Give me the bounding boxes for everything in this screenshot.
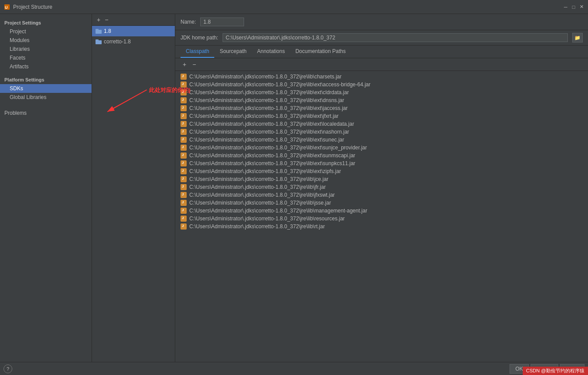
jar-icon [181,216,187,222]
sidebar-item-modules[interactable]: Modules [0,36,92,45]
jar-icon [181,184,187,190]
sidebar-item-libraries[interactable]: Libraries [0,45,92,53]
jdk-path-row: JDK home path: 📁 [175,30,588,46]
sidebar-item-global-libraries[interactable]: Global Libraries [0,93,92,102]
classpath-entry[interactable]: C:\Users\Administrator\.jdks\corretto-1.… [175,144,588,152]
name-label: Name: [181,19,196,25]
jar-icon [181,97,187,103]
svg-text:U: U [5,5,8,10]
sdk-panel: + − 1.8 corretto-1.8 [92,14,175,362]
minimize-button[interactable]: ─ [563,4,569,10]
tab-classpath[interactable]: Classpath [181,46,214,58]
jar-icon [181,200,187,206]
bottom-bar: ? OK Cancel Apply [0,362,588,375]
tab-sourcepath[interactable]: Sourcepath [214,46,251,58]
classpath-entry[interactable]: C:\Users\Administrator\.jdks\corretto-1.… [175,128,588,136]
sdk-item-1-8[interactable]: 1.8 [92,26,175,36]
classpath-area: + − C:\Users\Administrator\.jdks\corrett… [175,58,588,362]
help-button[interactable]: ? [4,364,12,373]
classpath-add-button[interactable]: + [181,60,188,69]
jar-icon [181,223,187,230]
classpath-entry[interactable]: C:\Users\Administrator\.jdks\corretto-1.… [175,88,588,96]
sidebar-item-problems[interactable]: Problems [0,109,92,117]
jar-icon [181,81,187,88]
sdk-remove-button[interactable]: − [103,16,110,24]
classpath-list[interactable]: C:\Users\Administrator\.jdks\corretto-1.… [175,71,588,362]
platform-settings-header: Platform Settings [0,74,92,84]
close-button[interactable]: ✕ [578,4,584,10]
classpath-entry[interactable]: C:\Users\Administrator\.jdks\corretto-1.… [175,96,588,104]
classpath-entry[interactable]: C:\Users\Administrator\.jdks\corretto-1.… [175,175,588,183]
jar-icon [181,74,187,80]
bottom-bar-left: ? [4,364,12,373]
classpath-entry[interactable]: C:\Users\Administrator\.jdks\corretto-1.… [175,104,588,112]
title-bar: U Project Structure ─ □ ✕ [0,0,588,14]
jar-icon [181,152,187,159]
sidebar-item-project[interactable]: Project [0,27,92,36]
sidebar-item-facets[interactable]: Facets [0,53,92,62]
jar-icon [181,89,187,96]
app-icon: U [4,4,11,11]
csdn-text: CSDN @勤俭节约的程序猿 [526,368,584,374]
jar-icon [181,176,187,182]
window-title: Project Structure [13,4,563,10]
tab-annotations[interactable]: Annotations [252,46,290,58]
classpath-entry[interactable]: C:\Users\Administrator\.jdks\corretto-1.… [175,199,588,207]
classpath-entry[interactable]: C:\Users\Administrator\.jdks\corretto-1.… [175,167,588,175]
maximize-button[interactable]: □ [570,4,577,10]
classpath-entry[interactable]: C:\Users\Administrator\.jdks\corretto-1.… [175,81,588,88]
classpath-remove-button[interactable]: − [190,60,198,69]
window-controls: ─ □ ✕ [563,4,584,10]
classpath-entry[interactable]: C:\Users\Administrator\.jdks\corretto-1.… [175,120,588,128]
classpath-entry[interactable]: C:\Users\Administrator\.jdks\corretto-1.… [175,152,588,159]
jar-icon [181,137,187,143]
classpath-entry[interactable]: C:\Users\Administrator\.jdks\corretto-1.… [175,191,588,199]
jar-icon [181,105,187,111]
jar-icon [181,208,187,214]
classpath-entry[interactable]: C:\Users\Administrator\.jdks\corretto-1.… [175,112,588,120]
main-layout: Project Settings Project Modules Librari… [0,14,588,362]
classpath-entry[interactable]: C:\Users\Administrator\.jdks\corretto-1.… [175,215,588,223]
content-panel: Name: JDK home path: 📁 Classpath Sourcep… [175,14,588,362]
sdk-toolbar: + − [92,14,175,26]
classpath-entry[interactable]: C:\Users\Administrator\.jdks\corretto-1.… [175,159,588,167]
jar-icon [181,121,187,127]
folder-browse-icon: 📁 [574,35,581,41]
classpath-entry[interactable]: C:\Users\Administrator\.jdks\corretto-1.… [175,207,588,215]
jar-icon [181,168,187,174]
jar-icon [181,145,187,151]
sidebar: Project Settings Project Modules Librari… [0,14,92,362]
tab-doc-paths[interactable]: Documentation Paths [290,46,351,58]
name-input[interactable] [200,18,244,26]
jdk-browse-button[interactable]: 📁 [572,33,583,42]
classpath-entry[interactable]: C:\Users\Administrator\.jdks\corretto-1.… [175,183,588,191]
jar-icon [181,192,187,198]
csdn-badge: CSDN @勤俭节约的程序猿 [523,367,588,375]
jdk-path-input[interactable] [223,33,568,42]
sdk-item-corretto[interactable]: corretto-1.8 [92,36,175,47]
jar-icon [181,113,187,119]
tabs-bar: Classpath Sourcepath Annotations Documen… [175,46,588,58]
sidebar-item-sdks[interactable]: SDKs [0,84,92,93]
sdk-add-button[interactable]: + [95,16,103,24]
name-row: Name: [175,14,588,30]
classpath-toolbar: + − [175,58,588,71]
folder-icon [96,39,102,44]
jar-icon [181,160,187,166]
jdk-path-label: JDK home path: [181,35,218,41]
classpath-entry[interactable]: C:\Users\Administrator\.jdks\corretto-1.… [175,73,588,81]
jar-icon [181,129,187,135]
folder-icon [96,29,102,34]
classpath-entry[interactable]: C:\Users\Administrator\.jdks\corretto-1.… [175,136,588,144]
project-settings-header: Project Settings [0,18,92,27]
sidebar-item-artifacts[interactable]: Artifacts [0,62,92,71]
classpath-entry[interactable]: C:\Users\Administrator\.jdks\corretto-1.… [175,223,588,230]
